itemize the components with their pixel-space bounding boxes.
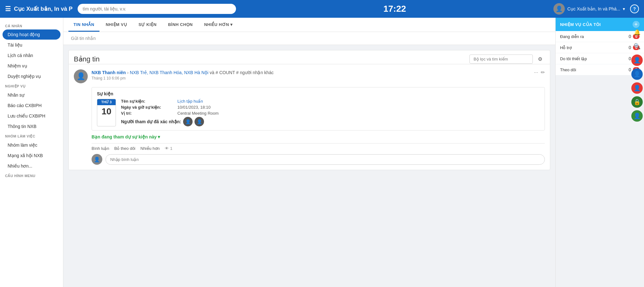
send-message-button[interactable]: Gửi tin nhắn	[71, 36, 96, 41]
tab-nhiem-vu[interactable]: NHIỆM VỤ	[101, 18, 132, 32]
app-title: Cục Xuất bản, In và P	[14, 5, 73, 12]
post-actions-top: ··· ✏	[534, 69, 545, 75]
post-arrow-icon: ›	[127, 70, 129, 75]
event-name-row: Tên sự kiện: Lịch tập huấn	[121, 99, 539, 104]
post-more-action[interactable]: Nhiều hơn	[140, 146, 160, 151]
main-layout: CÁ NHÂN Dòng hoạt động Tài liệu Lịch cá …	[0, 18, 644, 287]
filter-search-input[interactable]	[469, 54, 533, 64]
lock-icon-button[interactable]: 🔒	[631, 96, 643, 108]
comment-box: 👤	[92, 154, 545, 165]
post-meta: NXB Thanh niên › NXB Trẻ, NXB Thanh Hóa,…	[92, 69, 545, 80]
feed-area: Bảng tin ⚙ 👤 NXB Thanh niên › NXB Trẻ, N…	[63, 45, 555, 287]
participating-line[interactable]: Bạn đang tham dự sự kiện này ▾	[92, 134, 545, 139]
task-panel-title: NHIỆM VỤ CỦA TÔI	[560, 22, 601, 27]
event-content: THỨ 3 10 Tên sự kiện: Lịch tập huấn Ngày…	[97, 99, 539, 126]
task-label-do-toi-thiet-lap[interactable]: Do tôi thiết lập	[560, 56, 587, 61]
sidebar: CÁ NHÂN Dòng hoạt động Tài liệu Lịch cá …	[0, 18, 63, 287]
eye-icon: 👁	[165, 146, 169, 151]
header-time: 17:22	[241, 4, 548, 14]
event-location-field: Vị trí:	[121, 111, 175, 116]
event-block: Sự kiện THỨ 3 10 Tên sự kiện: Lịch tập h…	[92, 87, 545, 131]
comment-user-avatar: 👤	[92, 154, 102, 165]
tab-tin-nhan[interactable]: TIN NHẮN	[68, 18, 99, 32]
tab-binh-chon[interactable]: BÌNH CHỌN	[163, 18, 198, 32]
event-location-value: Central Meeting Room	[177, 111, 219, 116]
participating-text: Bạn đang tham dự sự kiện này	[92, 134, 157, 139]
attendee-avatar-1: 👤	[183, 117, 193, 126]
sidebar-item-nhom-lam-viec[interactable]: Nhóm làm việc	[3, 140, 61, 150]
event-calendar-day-number: 10	[101, 105, 111, 118]
person-red-icon-button[interactable]: 👤	[631, 54, 643, 66]
person-green-icon-button[interactable]: 👤	[631, 110, 643, 122]
post-card: 👤 NXB Thanh niên › NXB Trẻ, NXB Thanh Hó…	[68, 64, 550, 170]
bell-icon-button[interactable]: 🔔	[631, 27, 643, 38]
sidebar-item-dong-hoat-dong[interactable]: Dòng hoạt động	[3, 29, 61, 40]
header-user[interactable]: 👤 Cục Xuất bản, In và Phá... ▾	[553, 3, 625, 15]
tab-nhieu-hon[interactable]: NHIỀU HƠN ▾	[199, 18, 238, 32]
sidebar-item-mang-xa-hoi-nxb[interactable]: Mạng xã hội NXB	[3, 150, 61, 161]
person-red2-icon-button[interactable]: 👤	[631, 82, 643, 94]
event-date-value: 10/01/2023, 18:10	[177, 105, 211, 110]
sidebar-item-tai-lieu[interactable]: Tài liệu	[3, 40, 61, 50]
attendee-avatar-2: 👤	[194, 117, 204, 126]
post-comment-action[interactable]: Bình luận	[92, 146, 109, 151]
event-label: Sự kiện	[97, 91, 539, 96]
post-more-icon[interactable]: ···	[534, 70, 538, 75]
post-view-count: 1	[170, 146, 172, 151]
event-date-row: Ngày và giờ sự kiện: 10/01/2023, 18:10	[121, 105, 539, 110]
comment-input[interactable]	[105, 154, 545, 165]
sidebar-item-thong-tin-nxb[interactable]: Thông tin NXB	[3, 121, 61, 131]
board-tin-controls: ⚙	[469, 54, 545, 64]
user-name: Cục Xuất bản, In và Phá...	[567, 6, 620, 11]
sidebar-item-nhiem-vu[interactable]: Nhiệm vụ	[3, 61, 61, 71]
participating-arrow-icon: ▾	[158, 134, 160, 139]
event-details: Tên sự kiện: Lịch tập huấn Ngày và giờ s…	[121, 99, 539, 126]
task-label-ho-tro[interactable]: Hỗ trợ	[560, 45, 572, 50]
send-message-area: Gửi tin nhắn	[63, 32, 555, 45]
event-date-field: Ngày và giờ sự kiện:	[121, 105, 175, 110]
post-header: 👤 NXB Thanh niên › NXB Trẻ, NXB Thanh Hó…	[74, 69, 545, 83]
user-avatar-icon: 👤	[553, 3, 565, 15]
board-tin-title: Bảng tin	[74, 55, 100, 63]
event-calendar-day-label: THỨ 3	[97, 99, 116, 105]
post-views: 👁 1	[165, 146, 172, 151]
event-name-value[interactable]: Lịch tập huấn	[177, 99, 203, 104]
sidebar-item-duyet-nghiep-vu[interactable]: Duyệt nghiệp vụ	[3, 71, 61, 81]
post-extra: và # COUNT # người nhận khác	[210, 70, 274, 75]
header: ☰ Cục Xuất bản, In và P 17:22 👤 Cục Xuất…	[0, 0, 644, 18]
task-label-theo-doi[interactable]: Theo dõi	[560, 67, 576, 72]
search-input[interactable]	[78, 4, 236, 14]
sidebar-section-nhom-lam-viec: NHÓM LÀM VIỆC	[0, 132, 63, 140]
side-icons-panel: 🔔 🔍 👤 👤 👤 🔒 👤	[630, 25, 644, 124]
sidebar-section-nghiep-vu: NGHIỆP VỤ	[0, 82, 63, 90]
tabs-bar: TIN NHẮN NHIỆM VỤ SỰ KIỆN BÌNH CHỌN NHIỀ…	[63, 18, 555, 32]
person-blue-icon-button[interactable]: 👤	[631, 68, 643, 80]
settings-icon[interactable]: ⚙	[535, 54, 545, 64]
help-button[interactable]: ?	[630, 4, 639, 13]
tab-su-kien[interactable]: SỰ KIỆN	[133, 18, 162, 32]
post-footer: Bình luận Bỏ theo dõi Nhiều hơn 👁 1	[92, 143, 545, 151]
sidebar-section-cau-hinh: CẤU HÌNH MENU	[0, 171, 63, 179]
content-area: TIN NHẮN NHIỆM VỤ SỰ KIỆN BÌNH CHỌN NHIỀ…	[63, 18, 555, 287]
post-unfollow-action[interactable]: Bỏ theo dõi	[114, 146, 136, 151]
sidebar-item-lich-ca-nhan[interactable]: Lịch cá nhân	[3, 50, 61, 61]
search-icon-button[interactable]: 🔍	[631, 41, 643, 52]
event-calendar: THỨ 3 10	[97, 99, 116, 126]
header-search-container	[78, 4, 236, 14]
post-author-name[interactable]: NXB Thanh niên	[92, 70, 126, 75]
sidebar-item-bao-cao[interactable]: Báo cáo CXBIPH	[3, 100, 61, 111]
hamburger-icon[interactable]: ☰	[5, 5, 11, 13]
event-location-row: Vị trí: Central Meeting Room	[121, 111, 539, 116]
sidebar-item-nhieu-hon[interactable]: Nhiều hơn...	[3, 161, 61, 171]
post-edit-icon[interactable]: ✏	[541, 69, 545, 75]
board-tin-header: Bảng tin ⚙	[68, 50, 550, 64]
sidebar-item-nhan-su[interactable]: Nhân sự	[3, 90, 61, 100]
event-attendees-row: Người tham dự đã xác nhận: 👤 👤	[121, 117, 539, 126]
event-attendees-field: Người tham dự đã xác nhận:	[121, 119, 181, 124]
event-name-field: Tên sự kiện:	[121, 99, 175, 104]
task-label-dang-dien-ra[interactable]: Đang diễn ra	[560, 34, 584, 39]
sidebar-item-luu-chieu[interactable]: Lưu chiểu CXBIPH	[3, 111, 61, 121]
header-logo: ☰ Cục Xuất bản, In và P	[5, 5, 73, 13]
post-recipients[interactable]: NXB Trẻ, NXB Thanh Hóa, NXB Hà Nội	[130, 70, 208, 75]
post-title-line: NXB Thanh niên › NXB Trẻ, NXB Thanh Hóa,…	[92, 69, 545, 75]
